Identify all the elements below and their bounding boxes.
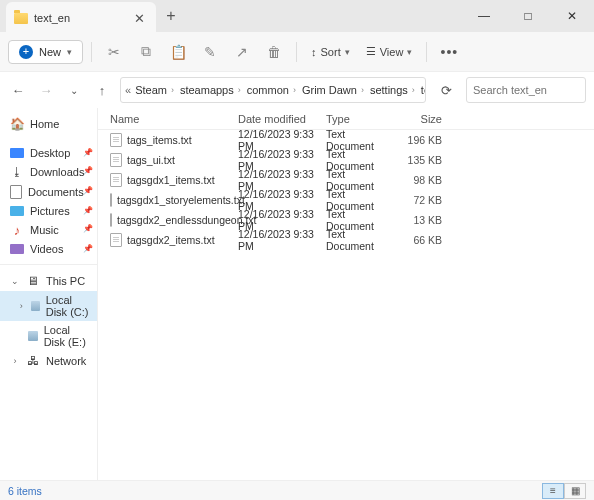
table-row[interactable]: tags_ui.txt12/16/2023 9:33 PMText Docume… — [98, 150, 594, 170]
plus-icon: + — [19, 45, 33, 59]
thumbnails-view-button[interactable]: ▦ — [564, 483, 586, 499]
chevron-down-icon[interactable]: ⌄ — [64, 80, 84, 100]
collapse-icon[interactable]: ⌄ — [10, 276, 20, 286]
main-area: 🏠 Home Desktop📌 ⭳Downloads📌 Documents📌 P… — [0, 108, 594, 480]
breadcrumb-item[interactable]: settings› — [368, 84, 417, 96]
overflow-icon[interactable]: « — [125, 84, 131, 96]
sidebar-item-label: Local Disk (E:) — [44, 324, 93, 348]
file-name: tagsgdx2_endlessdungeon.txt — [117, 214, 257, 226]
tab-title: text_en — [34, 12, 126, 24]
copy-icon[interactable]: ⧉ — [132, 38, 160, 66]
sort-label: Sort — [321, 46, 341, 58]
folder-icon — [14, 13, 28, 24]
breadcrumb-item[interactable]: Grim Dawn› — [300, 84, 366, 96]
search-input[interactable]: ⌕ — [466, 77, 586, 103]
music-icon: ♪ — [10, 223, 24, 237]
refresh-button[interactable]: ⟳ — [434, 78, 458, 102]
cut-icon[interactable]: ✂ — [100, 38, 128, 66]
file-size: 196 KB — [396, 134, 444, 146]
file-name: tagsgdx1_storyelements.txt — [117, 194, 245, 206]
search-field[interactable] — [473, 84, 594, 96]
sidebar-item-music[interactable]: ♪Music📌 — [0, 220, 97, 240]
back-button[interactable]: ← — [8, 80, 28, 100]
close-tab-icon[interactable]: ✕ — [132, 11, 146, 25]
new-button[interactable]: + New ▾ — [8, 40, 83, 64]
view-label: View — [380, 46, 404, 58]
sidebar-item-downloads[interactable]: ⭳Downloads📌 — [0, 162, 97, 182]
chevron-down-icon: ▾ — [345, 47, 350, 57]
sidebar-item-home[interactable]: 🏠 Home — [0, 114, 97, 134]
item-count: 6 items — [8, 485, 42, 497]
chevron-right-icon: › — [412, 85, 415, 95]
breadcrumb-item[interactable]: steamapps› — [178, 84, 243, 96]
title-bar: text_en ✕ + — □ ✕ — [0, 0, 594, 32]
column-header-size[interactable]: Size — [396, 113, 444, 125]
details-view-button[interactable]: ≡ — [542, 483, 564, 499]
add-tab-button[interactable]: + — [156, 0, 186, 32]
view-button[interactable]: ☰ View ▾ — [360, 41, 419, 62]
file-date: 12/16/2023 9:33 PM — [238, 228, 326, 252]
delete-icon[interactable]: 🗑 — [260, 38, 288, 66]
maximize-button[interactable]: □ — [506, 0, 550, 32]
table-row[interactable]: tagsgdx1_items.txt12/16/2023 9:33 PMText… — [98, 170, 594, 190]
file-name: tags_ui.txt — [127, 154, 175, 166]
sidebar-item-drive-c[interactable]: ›Local Disk (C:) — [0, 291, 97, 321]
sidebar-item-label: Videos — [30, 243, 63, 255]
table-row[interactable]: tagsgdx2_items.txt12/16/2023 9:33 PMText… — [98, 230, 594, 250]
toolbar: + New ▾ ✂ ⧉ 📋 ✎ ↗ 🗑 ↕ Sort ▾ ☰ View ▾ ••… — [0, 32, 594, 72]
column-headers: Name Date modified Type Size — [98, 108, 594, 130]
sidebar-item-desktop[interactable]: Desktop📌 — [0, 144, 97, 162]
view-icon: ☰ — [366, 45, 376, 58]
view-toggle: ≡ ▦ — [542, 483, 586, 499]
breadcrumb[interactable]: « Steam› steamapps› common› Grim Dawn› s… — [120, 77, 426, 103]
disk-icon — [28, 331, 38, 341]
sidebar-item-this-pc[interactable]: ⌄🖥This PC — [0, 271, 97, 291]
separator — [296, 42, 297, 62]
pc-icon: 🖥 — [26, 274, 40, 288]
expand-icon[interactable]: › — [10, 356, 20, 366]
breadcrumb-item[interactable]: common› — [245, 84, 298, 96]
sidebar: 🏠 Home Desktop📌 ⭳Downloads📌 Documents📌 P… — [0, 108, 98, 480]
sidebar-item-label: Downloads — [30, 166, 84, 178]
more-button[interactable]: ••• — [435, 38, 463, 66]
forward-button[interactable]: → — [36, 80, 56, 100]
pin-icon: 📌 — [83, 244, 93, 253]
table-row[interactable]: tagsgdx2_endlessdungeon.txt12/16/2023 9:… — [98, 210, 594, 230]
expand-icon[interactable]: › — [18, 301, 25, 311]
column-header-type[interactable]: Type — [326, 113, 396, 125]
chevron-right-icon: › — [171, 85, 174, 95]
file-type: Text Document — [326, 228, 396, 252]
sidebar-item-label: Documents — [28, 186, 84, 198]
file-size: 98 KB — [396, 174, 444, 186]
sidebar-item-label: This PC — [46, 275, 85, 287]
sidebar-item-videos[interactable]: Videos📌 — [0, 240, 97, 258]
rename-icon[interactable]: ✎ — [196, 38, 224, 66]
column-header-date[interactable]: Date modified — [238, 113, 326, 125]
breadcrumb-item[interactable]: Steam› — [133, 84, 176, 96]
up-button[interactable]: ↑ — [92, 80, 112, 100]
minimize-button[interactable]: — — [462, 0, 506, 32]
videos-icon — [10, 244, 24, 254]
chevron-down-icon: ▾ — [67, 47, 72, 57]
pin-icon: 📌 — [83, 206, 93, 215]
table-row[interactable]: tagsgdx1_storyelements.txt12/16/2023 9:3… — [98, 190, 594, 210]
documents-icon — [10, 185, 22, 199]
sidebar-item-network[interactable]: ›🖧Network — [0, 351, 97, 371]
sort-button[interactable]: ↕ Sort ▾ — [305, 42, 356, 62]
sidebar-item-documents[interactable]: Documents📌 — [0, 182, 97, 202]
sidebar-item-pictures[interactable]: Pictures📌 — [0, 202, 97, 220]
close-window-button[interactable]: ✕ — [550, 0, 594, 32]
column-header-name[interactable]: Name — [98, 113, 238, 125]
sidebar-item-label: Network — [46, 355, 86, 367]
table-row[interactable]: tags_items.txt12/16/2023 9:33 PMText Doc… — [98, 130, 594, 150]
breadcrumb-item[interactable]: text_en — [419, 84, 426, 96]
window-tab[interactable]: text_en ✕ — [6, 2, 156, 34]
sidebar-item-label: Home — [30, 118, 59, 130]
paste-icon[interactable]: 📋 — [164, 38, 192, 66]
file-icon — [110, 153, 122, 167]
file-icon — [110, 213, 112, 227]
disk-icon — [31, 301, 40, 311]
share-icon[interactable]: ↗ — [228, 38, 256, 66]
status-bar: 6 items ≡ ▦ — [0, 480, 594, 500]
sidebar-item-drive-e[interactable]: Local Disk (E:) — [0, 321, 97, 351]
